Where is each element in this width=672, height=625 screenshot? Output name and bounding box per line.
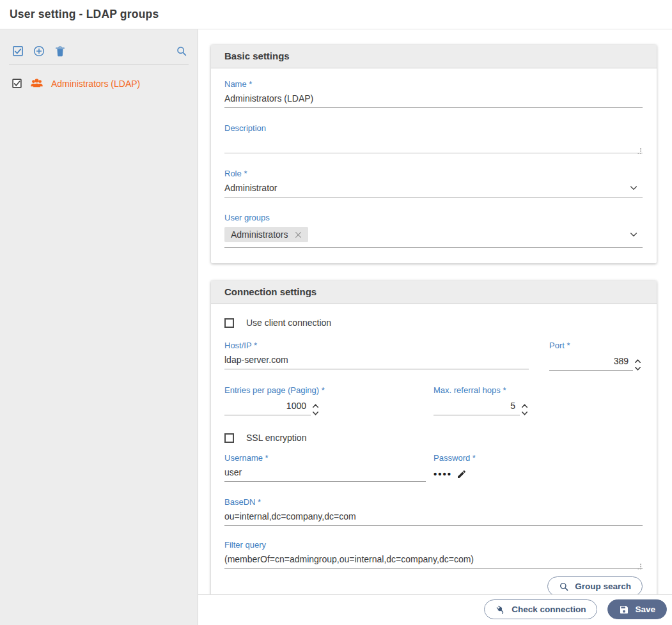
check-connection-button[interactable]: Check connection: [484, 599, 597, 619]
user-groups-select[interactable]: Administrators: [224, 227, 643, 248]
check-connection-label: Check connection: [512, 605, 586, 614]
group-search-row: Group search: [224, 576, 643, 594]
filter-query-field-group: Filter query: [224, 540, 643, 569]
host-field-group: Host/IP *: [224, 341, 529, 371]
max-referral-hops-stepper-icon[interactable]: [520, 401, 529, 418]
user-group-chip: Administrators: [224, 227, 308, 242]
port-stepper-icon[interactable]: [633, 357, 643, 373]
main-scroll-area: Basic settings Name * Description: [198, 29, 672, 594]
role-select[interactable]: Administrator: [224, 183, 643, 197]
port-label: Port *: [549, 341, 643, 350]
paging-hops-row: Entries per page (Paging) * Max. referra…: [224, 385, 643, 416]
required-marker: *: [322, 385, 325, 395]
role-label: Role *: [224, 169, 643, 178]
ssl-encryption-checkbox[interactable]: [224, 433, 234, 443]
resize-grip-icon[interactable]: [636, 145, 642, 151]
chevron-down-icon: [629, 229, 639, 240]
chevron-down-icon: [629, 183, 639, 193]
ssl-encryption-row[interactable]: SSL encryption: [224, 433, 643, 443]
max-referral-hops-input[interactable]: [434, 401, 520, 415]
username-label: Username *: [224, 453, 426, 463]
description-input[interactable]: [224, 137, 643, 153]
chip-label: Administrators: [231, 229, 288, 240]
group-search-label: Group search: [575, 582, 631, 591]
use-client-connection-row[interactable]: Use client connection: [224, 318, 643, 328]
required-marker: *: [567, 341, 570, 350]
basic-settings-title: Basic settings: [224, 50, 290, 61]
name-field-group: Name *: [224, 79, 643, 108]
top-header: User setting - LDAP groups: [0, 0, 672, 29]
search-icon[interactable]: [176, 45, 187, 57]
basedn-field-group: BaseDN *: [224, 497, 643, 526]
filter-query-label: Filter query: [224, 540, 643, 550]
edit-password-pencil-icon[interactable]: [457, 469, 467, 479]
use-client-connection-checkbox[interactable]: [224, 318, 234, 328]
required-marker: *: [265, 453, 269, 463]
sidebar-item-label: Administrators (LDAP): [51, 79, 140, 89]
save-button[interactable]: Save: [607, 599, 667, 619]
password-field-group: Password * ••••: [434, 453, 643, 482]
main-panel: Basic settings Name * Description: [198, 29, 672, 625]
required-marker: *: [244, 169, 247, 178]
use-client-connection-label: Use client connection: [246, 318, 331, 328]
filter-query-input[interactable]: [224, 554, 643, 569]
basic-settings-header: Basic settings: [211, 45, 657, 68]
save-floppy-icon: [619, 605, 629, 615]
basedn-label: BaseDN *: [224, 497, 643, 507]
required-marker: *: [503, 385, 506, 395]
role-field-group: Role * Administrator: [224, 169, 643, 197]
name-label: Name *: [224, 79, 643, 89]
user-groups-field-group: User groups Administrators: [224, 213, 643, 248]
port-field-group: Port *: [549, 341, 643, 371]
save-label: Save: [635, 605, 655, 614]
sidebar: Administrators (LDAP): [0, 29, 198, 625]
host-label: Host/IP *: [224, 341, 529, 350]
item-checkbox-checked-icon[interactable]: [12, 78, 22, 89]
name-input[interactable]: [224, 93, 643, 108]
port-input[interactable]: [549, 356, 633, 370]
app-window: User setting - LDAP groups Administrator…: [0, 0, 672, 625]
sidebar-item-administrators-ldap[interactable]: Administrators (LDAP): [0, 65, 198, 90]
basic-settings-body: Name * Description Role *: [211, 68, 657, 263]
ssl-encryption-label: SSL encryption: [246, 433, 306, 443]
page-title: User setting - LDAP groups: [10, 8, 159, 21]
connection-settings-body: Use client connection Host/IP * Port *: [211, 304, 657, 594]
required-marker: *: [473, 453, 476, 463]
required-marker: *: [249, 79, 252, 89]
sidebar-toolbar-divider: [9, 29, 189, 65]
content: Administrators (LDAP) Basic settings Nam…: [0, 29, 672, 625]
group-search-button[interactable]: Group search: [547, 576, 643, 594]
username-field-group: Username *: [224, 453, 434, 482]
select-all-checkbox-icon[interactable]: [12, 45, 24, 58]
required-marker: *: [254, 341, 257, 350]
entries-per-page-field-group: Entries per page (Paging) *: [224, 385, 434, 416]
description-label: Description: [224, 123, 643, 133]
password-label: Password *: [434, 453, 643, 463]
add-circle-icon[interactable]: [33, 45, 45, 58]
trash-icon[interactable]: [54, 45, 66, 58]
password-display: ••••: [434, 467, 643, 479]
max-referral-hops-label: Max. referral hops *: [434, 385, 643, 395]
entries-per-page-label: Entries per page (Paging) *: [224, 385, 434, 395]
max-referral-hops-field-group: Max. referral hops *: [434, 385, 643, 416]
user-groups-label: User groups: [224, 213, 643, 222]
plug-icon: [496, 605, 506, 615]
description-field-group: Description: [224, 123, 643, 153]
connection-settings-card: Connection settings Use client connectio…: [211, 281, 657, 594]
role-selected-value: Administrator: [224, 183, 629, 193]
search-icon: [559, 582, 569, 592]
username-password-row: Username * Password * ••••: [224, 453, 643, 482]
entries-per-page-input[interactable]: [224, 401, 311, 415]
username-input[interactable]: [224, 467, 426, 482]
connection-settings-title: Connection settings: [224, 286, 316, 297]
resize-grip-icon[interactable]: [636, 560, 642, 567]
chip-remove-icon[interactable]: [294, 231, 302, 239]
connection-settings-header: Connection settings: [211, 281, 657, 304]
entries-per-page-stepper-icon[interactable]: [311, 401, 320, 418]
host-input[interactable]: [224, 355, 529, 369]
basedn-input[interactable]: [224, 511, 643, 526]
password-masked-value: ••••: [434, 468, 452, 479]
basic-settings-card: Basic settings Name * Description: [211, 45, 657, 263]
footer-action-bar: Check connection Save: [198, 594, 672, 625]
sidebar-toolbar: [9, 29, 189, 64]
